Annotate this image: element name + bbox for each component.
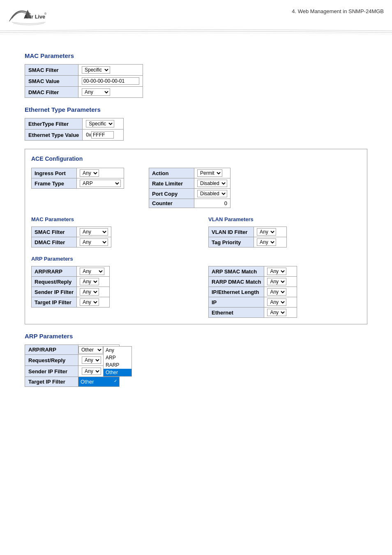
ethertype-filter-label: EtherType Filter	[25, 118, 83, 130]
arp-smac-match-value[interactable]: Any	[264, 266, 297, 277]
request-reply-bottom-select[interactable]: Any	[82, 356, 101, 364]
ethertype-filter-value[interactable]: Any Specific	[83, 118, 124, 130]
arp-rarp-bottom-label: ARP/RARP	[25, 345, 78, 355]
request-reply-select[interactable]: Any	[80, 278, 99, 285]
ip-select[interactable]: Any	[267, 298, 286, 306]
table-row: IP Any	[209, 297, 297, 308]
ace-smac-filter-select[interactable]: Any Specific	[80, 228, 108, 236]
request-reply-label: Request/Reply	[32, 277, 77, 287]
tag-priority-value[interactable]: Any	[254, 237, 287, 247]
ip-ethernet-length-label: IP/Ethernet Length	[209, 287, 264, 297]
ip-label: IP	[209, 297, 264, 308]
smac-filter-select[interactable]: Any Specific	[82, 66, 110, 74]
table-row: Ingress Port Any	[32, 168, 124, 178]
action-select[interactable]: Permit Deny	[197, 169, 222, 177]
smac-value-label: SMAC Value	[25, 76, 78, 87]
arp-rarp-bottom-dropdown[interactable]: Any ARP RARP Other Any ARP RARP Other	[78, 346, 103, 354]
rarp-dmac-match-select[interactable]: Any	[267, 278, 286, 285]
svg-text:®: ®	[44, 12, 46, 15]
ingress-port-select[interactable]: Any	[80, 169, 99, 177]
ethernet-type-value-cell[interactable]: 0x	[83, 130, 124, 141]
port-copy-value[interactable]: Disabled	[194, 189, 231, 199]
ace-arp-right-spacer: ARP Parameters	[208, 256, 361, 262]
vlan-id-filter-select[interactable]: Any	[257, 228, 276, 236]
table-row: Target IP Filter Any	[32, 297, 110, 308]
ace-arp-params-title: ARP Parameters	[31, 256, 184, 262]
sender-ip-filter-select[interactable]: Any	[80, 288, 99, 296]
main-content: MAC Parameters SMAC Filter Any Specific …	[0, 36, 392, 403]
table-row: DMAC Filter Any Specific	[25, 87, 143, 98]
dmac-filter-label: DMAC Filter	[25, 87, 78, 98]
ethernet-value[interactable]: Any	[264, 308, 297, 318]
ace-configuration-box: ACE Configuration Ingress Port Any Frame…	[25, 149, 367, 324]
table-row: Action Permit Deny	[149, 168, 231, 178]
rate-limiter-select[interactable]: Disabled	[197, 180, 227, 187]
arp-rarp-dropdown-open[interactable]: Any ARP RARP Other	[103, 346, 132, 377]
frame-type-label: Frame Type	[32, 178, 77, 189]
airlive-logo: ir Live A ®	[8, 4, 49, 27]
dmac-filter-value[interactable]: Any Specific	[78, 87, 143, 98]
ethernet-type-value-input[interactable]	[91, 131, 114, 139]
dropdown-option-rarp[interactable]: RARP	[104, 361, 131, 369]
table-row: ARP/RARP Any ARP RARP Other	[32, 266, 110, 277]
ethertype-filter-select[interactable]: Any Specific	[86, 120, 114, 127]
table-row: SMAC Filter Any Specific	[32, 227, 111, 237]
vlan-id-filter-value[interactable]: Any	[254, 227, 287, 237]
vlan-id-filter-label: VLAN ID Filter	[209, 227, 254, 237]
table-row: DMAC Filter Any Specific	[32, 237, 111, 247]
arp-rarp-select[interactable]: Any ARP RARP Other	[80, 268, 104, 275]
ip-value[interactable]: Any	[264, 297, 297, 308]
request-reply-value[interactable]: Any	[77, 277, 110, 287]
hex-prefix: 0x	[86, 132, 91, 138]
table-row: Ethernet Any	[209, 308, 297, 318]
target-ip-bottom-text: Other	[81, 379, 94, 385]
tag-priority-select[interactable]: Any	[257, 238, 276, 246]
ingress-port-label: Ingress Port	[32, 168, 77, 178]
ace-vlan-params-title: VLAN Parameters	[208, 216, 361, 222]
rarp-dmac-match-value[interactable]: Any	[264, 277, 297, 287]
ace-left-top-table: Ingress Port Any Frame Type Any Et	[31, 168, 124, 189]
ace-arp-params-left-section: ARP Parameters ARP/RARP Any ARP RARP Oth…	[31, 256, 184, 318]
svg-text:ir Live: ir Live	[30, 14, 45, 20]
request-reply-bottom-label: Request/Reply	[25, 355, 78, 366]
action-label: Action	[149, 168, 194, 178]
sender-ip-filter-label: Sender IP Filter	[32, 287, 77, 297]
ace-dmac-filter-select[interactable]: Any Specific	[80, 238, 108, 246]
frame-type-value[interactable]: Any Ethernet ARP IP IPv6 Other	[77, 178, 124, 189]
smac-filter-value[interactable]: Any Specific	[78, 65, 143, 76]
ethernet-select[interactable]: Any	[267, 309, 286, 316]
chevron-down-icon[interactable]: ✓	[114, 379, 117, 383]
table-row: SMAC Filter Any Specific	[25, 65, 143, 76]
table-row: Tag Priority Any	[209, 237, 287, 247]
ace-smac-filter-value[interactable]: Any Specific	[77, 227, 111, 237]
action-value[interactable]: Permit Deny	[194, 168, 231, 178]
ace-dmac-filter-value[interactable]: Any Specific	[77, 237, 111, 247]
table-row: Sender IP Filter Any	[32, 287, 110, 297]
arp-rarp-bottom-value[interactable]: Any ARP RARP Other Any ARP RARP Other	[78, 345, 120, 355]
dropdown-option-any[interactable]: Any	[104, 347, 131, 354]
ingress-port-value[interactable]: Any	[77, 168, 124, 178]
frame-type-select[interactable]: Any Ethernet ARP IP IPv6 Other	[80, 180, 121, 187]
ace-mac-params-section: MAC Parameters SMAC Filter Any Specific …	[31, 216, 184, 247]
arp-rarp-bottom-select[interactable]: Any ARP RARP Other	[78, 346, 103, 354]
ip-ethernet-length-value[interactable]: Any	[264, 287, 297, 297]
target-ip-filter-value[interactable]: Any	[77, 297, 110, 308]
arp-smac-match-select[interactable]: Any	[267, 268, 286, 275]
arp-smac-match-label: ARP SMAC Match	[209, 266, 264, 277]
smac-value-cell[interactable]	[78, 76, 143, 87]
ip-ethernet-length-select[interactable]: Any	[267, 288, 286, 296]
target-ip-filter-select[interactable]: Any	[80, 298, 99, 306]
sender-ip-bottom-select[interactable]: Any	[82, 368, 101, 375]
dmac-filter-select[interactable]: Any Specific	[82, 88, 110, 96]
dropdown-option-other[interactable]: Other	[104, 369, 131, 376]
port-copy-select[interactable]: Disabled	[197, 190, 227, 197]
arp-rarp-value[interactable]: Any ARP RARP Other	[77, 266, 110, 277]
rate-limiter-value[interactable]: Disabled	[194, 178, 231, 189]
target-ip-bottom-value[interactable]: Other ✓	[78, 377, 120, 387]
smac-filter-label: SMAC Filter	[25, 65, 78, 76]
smac-value-input[interactable]	[82, 77, 139, 85]
table-row: Frame Type Any Ethernet ARP IP IPv6 Othe…	[32, 178, 124, 189]
ace-vlan-params-section: VLAN Parameters VLAN ID Filter Any Tag P…	[208, 216, 361, 247]
dropdown-option-arp[interactable]: ARP	[104, 354, 131, 361]
sender-ip-filter-value[interactable]: Any	[77, 287, 110, 297]
